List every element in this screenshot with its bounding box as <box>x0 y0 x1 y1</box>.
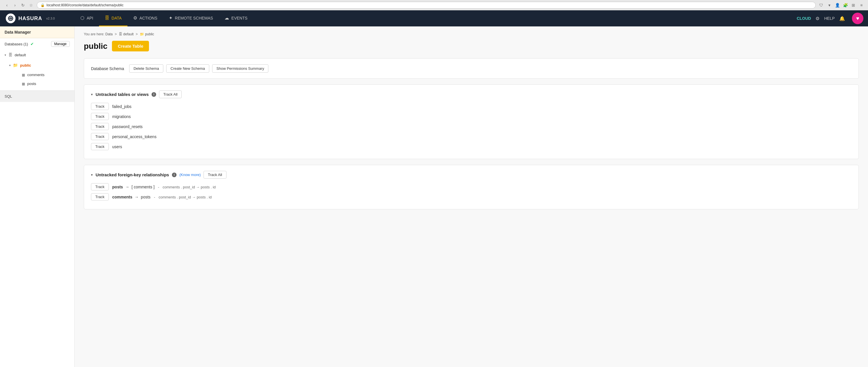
puzzle-icon[interactable]: ⊞ <box>850 2 857 8</box>
bookmark-button[interactable]: ☆ <box>28 2 34 9</box>
tab-events-label: EVENTS <box>231 16 247 20</box>
table-icon-comments: ▦ <box>22 73 25 77</box>
track-password-resets-button[interactable]: Track <box>91 123 109 130</box>
profile-icon[interactable]: 👤 <box>834 2 840 8</box>
forward-button[interactable]: › <box>11 2 19 9</box>
posts-comments-from: posts <box>112 185 123 189</box>
breadcrumb-prefix: You are here: <box>84 32 104 36</box>
schema-chevron-icon: ▾ <box>9 64 11 67</box>
heart-button[interactable]: ♥ <box>852 12 863 24</box>
extension-icon[interactable]: 🧩 <box>842 2 848 8</box>
delete-schema-button[interactable]: Delete Schema <box>129 64 163 73</box>
default-db-item[interactable]: ▾ 🗄 default <box>0 50 74 60</box>
down-arrow-icon[interactable]: ▾ <box>826 2 832 8</box>
settings-icon[interactable]: ⚙ <box>815 16 819 21</box>
track-row-personal-access-tokens: Track personal_access_tokens <box>91 133 851 140</box>
breadcrumb-public[interactable]: public <box>145 32 154 36</box>
untracked-tables-chevron-icon[interactable]: ▾ <box>91 92 93 96</box>
page-title: public <box>84 42 107 51</box>
tab-api-label: API <box>87 16 93 20</box>
schema-section: ▾ 📁 public ▦ comments ▦ posts <box>0 60 74 88</box>
page-header: public Create Table <box>84 41 859 52</box>
tab-remote-schemas-label: REMOTE SCHEMAS <box>175 16 213 20</box>
tab-actions-label: ACTIONS <box>140 16 157 20</box>
track-row-failed-jobs: Track failed_jobs <box>91 103 851 110</box>
track-personal-access-tokens-button[interactable]: Track <box>91 133 109 140</box>
track-row-password-resets: Track password_resets <box>91 123 851 130</box>
sidebar: Data Manager Databases (1) ✔ Manage ▾ 🗄 … <box>0 26 74 367</box>
data-icon: 🗄 <box>105 16 110 21</box>
app-layout: Data Manager Databases (1) ✔ Manage ▾ 🗄 … <box>0 26 868 367</box>
sql-item[interactable]: SQL <box>0 90 74 102</box>
table-icon-posts: ▦ <box>22 82 25 86</box>
databases-row: Databases (1) ✔ Manage <box>0 38 74 50</box>
track-failed-jobs-button[interactable]: Track <box>91 103 109 110</box>
reload-button[interactable]: ↻ <box>20 2 26 9</box>
track-posts-comments-button[interactable]: Track <box>91 183 109 190</box>
posts-comments-to: [ comments ] <box>131 185 154 189</box>
know-more-link[interactable]: (Know more) <box>179 173 200 177</box>
untracked-tables-info-icon[interactable]: i <box>152 92 156 97</box>
posts-comments-arrow: → <box>125 185 129 189</box>
tables-list: ▦ comments ▦ posts <box>7 70 74 88</box>
browser-bar: ‹ › ↻ ☆ 🔒 localhost:8080/console/data/de… <box>0 0 868 10</box>
back-button[interactable]: ‹ <box>3 2 10 9</box>
address-bar[interactable]: 🔒 localhost:8080/console/data/default/sc… <box>37 2 816 9</box>
show-permissions-button[interactable]: Show Permissions Summary <box>212 64 268 73</box>
data-manager-header: Data Manager <box>0 26 74 38</box>
lock-icon: 🔒 <box>40 3 45 7</box>
comments-posts-separator: - <box>154 195 155 199</box>
posts-label: posts <box>27 82 36 86</box>
failed-jobs-label: failed_jobs <box>112 104 131 109</box>
manage-button[interactable]: Manage <box>51 41 70 47</box>
bell-icon[interactable]: 🔔 <box>839 16 845 21</box>
cloud-link[interactable]: CLOUD <box>797 16 811 21</box>
sidebar-item-posts[interactable]: ▦ posts <box>17 79 74 88</box>
logo-text: HASURA <box>19 16 42 22</box>
users-label: users <box>112 145 122 149</box>
chevron-down-icon: ▾ <box>5 53 6 57</box>
create-table-button[interactable]: Create Table <box>112 41 149 52</box>
remote-schemas-icon: ✦ <box>169 15 173 21</box>
main-content: You are here: Data > 🗄 default > 📁 publi… <box>74 26 868 367</box>
actions-icon: ⚙ <box>133 15 137 21</box>
breadcrumb-database-icon: 🗄 <box>119 32 122 36</box>
breadcrumb-sep-2: > <box>136 32 138 36</box>
tab-remote-schemas[interactable]: ✦ REMOTE SCHEMAS <box>163 10 219 26</box>
main-nav: HASURA v2.3.0 ⬡ API 🗄 DATA ⚙ ACTIONS ✦ R… <box>0 10 868 26</box>
events-icon: ☁ <box>224 15 229 21</box>
folder-icon: 📁 <box>13 63 18 67</box>
default-db-label: default <box>14 53 26 57</box>
tab-api[interactable]: ⬡ API <box>74 10 99 26</box>
track-all-tables-button[interactable]: Track All <box>159 90 182 98</box>
track-users-button[interactable]: Track <box>91 143 109 150</box>
shield-icon[interactable]: 🛡 <box>818 2 825 8</box>
databases-label: Databases (1) <box>5 42 28 46</box>
tab-data[interactable]: 🗄 DATA <box>99 10 127 26</box>
schema-label: Database Schema <box>91 66 124 71</box>
password-resets-label: password_resets <box>112 124 143 129</box>
untracked-relationships-chevron-icon[interactable]: ▾ <box>91 173 93 177</box>
track-all-relationships-button[interactable]: Track All <box>204 171 226 179</box>
check-icon: ✔ <box>30 42 34 46</box>
menu-icon[interactable]: ≡ <box>858 2 865 8</box>
hasura-logo-icon <box>6 13 16 23</box>
breadcrumb-data[interactable]: Data <box>105 32 113 36</box>
untracked-relationships-title: Untracked foreign-key relationships <box>96 172 169 177</box>
logo-section: HASURA v2.3.0 <box>0 13 74 23</box>
help-link[interactable]: HELP <box>824 16 835 21</box>
comments-label: comments <box>27 73 44 77</box>
create-new-schema-button[interactable]: Create New Schema <box>166 64 209 73</box>
posts-comments-rel-label: posts → [ comments ] - comments . post_i… <box>112 185 216 189</box>
untracked-tables-section: ▾ Untracked tables or views i Track All … <box>84 85 859 159</box>
logo-version: v2.3.0 <box>46 17 55 20</box>
tab-events[interactable]: ☁ EVENTS <box>219 10 253 26</box>
track-comments-posts-button[interactable]: Track <box>91 193 109 201</box>
untracked-relationships-info-icon[interactable]: i <box>172 173 177 177</box>
track-migrations-button[interactable]: Track <box>91 113 109 120</box>
sidebar-item-comments[interactable]: ▦ comments <box>17 70 74 79</box>
public-schema-item[interactable]: ▾ 📁 public <box>7 60 74 70</box>
breadcrumb-folder-icon: 📁 <box>140 32 144 36</box>
tab-actions[interactable]: ⚙ ACTIONS <box>127 10 163 26</box>
breadcrumb-default[interactable]: default <box>123 32 133 36</box>
